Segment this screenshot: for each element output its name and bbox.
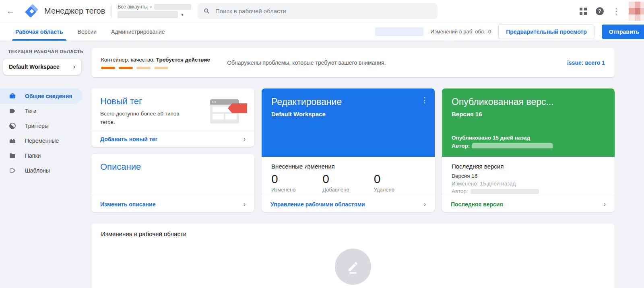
description-card: Описание Изменить описание › [91,154,254,212]
author-label: Автор: [452,143,470,149]
banner-title: Контейнер: качество: Требуется действие [101,57,210,63]
add-new-tag-footer[interactable]: Добавить новый тег › [91,131,254,147]
top-bar: ← Менеджер тегов Все аккаунты › ▾ ? ⋮ [0,0,644,23]
published-date: Опубликовано 15 дней назад [452,135,605,141]
add-new-tag-link: Добавить новый тег [100,136,157,142]
sidebar: ТЕКУЩАЯ РАБОЧАЯ ОБЛАСТЬ Default Workspac… [0,41,91,288]
more-vert-icon[interactable]: ⋮ [613,8,620,15]
editing-card: Редактирование Default Workspace ⋮ Внесе… [262,88,435,212]
redacted-container-id [375,27,423,36]
description-title: Описание [100,162,246,172]
manage-workspaces-link: Управление рабочими областями [270,201,365,208]
new-tag-title: Новый тег [100,96,185,107]
latest-version-footer[interactable]: Последняя версия › [442,196,615,212]
workspace-changes-card: Изменения в рабочей области [91,224,615,288]
tab-admin[interactable]: Администрирование [104,23,172,41]
back-button[interactable]: ← [2,3,19,19]
variables-icon [9,137,16,144]
published-version-number: Версия 16 [452,111,605,117]
editing-workspace-name: Default Workspace [271,111,425,117]
banner-message: Обнаружены проблемы, которые требуют ваш… [227,60,386,66]
sidebar-item-overview[interactable]: Общие сведения [0,88,83,103]
help-icon[interactable]: ? [596,7,604,15]
chevron-right-icon: › [604,201,606,208]
edit-pencil-icon [335,249,371,285]
latest-version-number: Версия 16 [452,173,605,179]
chevron-right-icon: › [424,201,426,208]
tag-icon [9,107,16,115]
avatar[interactable] [629,2,644,21]
apps-grid-icon[interactable] [580,8,587,15]
all-accounts-label: Все аккаунты [118,4,148,10]
preview-button[interactable]: Предварительный просмотр [498,25,594,39]
edit-description-link: Изменить описание [100,201,155,208]
tag-illustration-icon [210,97,246,123]
sidebar-item-folders[interactable]: Папки [0,148,83,163]
redacted-author-name [471,189,539,194]
edit-description-footer[interactable]: Изменить описание › [91,196,254,212]
tab-bar: Рабочая область Версии Администрирование… [0,23,644,41]
search-icon [203,8,211,15]
new-tag-card: Новый тег Всего доступно более 50 типов … [91,88,254,147]
latest-author-label: Автор: [452,188,468,194]
sidebar-nav: Общие сведения Теги Триггеры [0,88,91,178]
issue-link[interactable]: issue: всего 1 [567,60,605,66]
stat-deleted: 0 Удалено [374,172,425,193]
manage-workspaces-footer[interactable]: Управление рабочими областями › [262,196,435,212]
latest-version-link: Последняя версия [451,201,503,208]
sidebar-item-triggers[interactable]: Триггеры [0,118,83,133]
tag-manager-logo-icon [25,4,39,18]
submit-button[interactable]: Отправить [602,25,644,39]
sidebar-item-variables[interactable]: Переменные [0,133,83,148]
redacted-container-name [118,11,178,18]
chevron-right-icon: › [244,201,246,208]
published-title: Опубликованная верс... [452,97,605,107]
workspace-search[interactable] [198,3,438,19]
caret-down-icon: ▾ [181,12,184,17]
stat-modified: 0 Изменено [271,172,322,193]
redacted-account-name [154,4,191,10]
trigger-icon [9,122,16,130]
breadcrumb-chevron-icon: › [150,4,152,10]
main-content: Контейнер: качество: Требуется действие … [91,41,644,288]
current-workspace-label: ТЕКУЩАЯ РАБОЧАЯ ОБЛАСТЬ [0,49,91,54]
latest-version-title: Последняя версия [452,163,605,170]
template-icon [9,167,16,174]
app-title: Менеджер тегов [44,6,105,16]
chevron-right-icon: › [73,63,75,70]
card-more-vert-icon[interactable]: ⋮ [421,96,428,105]
tab-versions[interactable]: Версии [70,23,104,41]
latest-modified-date: Изменено: 15 дней назад [452,181,605,187]
redacted-author-name [472,143,553,148]
account-switcher[interactable]: Все аккаунты › ▾ [118,4,191,18]
header-divider [111,5,112,18]
workspace-selector[interactable]: Default Workspace › [3,59,81,75]
container-quality-banner: Контейнер: качество: Требуется действие … [91,48,615,77]
stat-added: 0 Добавлено [322,172,374,193]
workspace-changes-count: Изменений в раб. обл.: 0 [431,29,491,35]
overview-icon [9,93,16,100]
folder-icon [9,152,16,159]
search-input[interactable] [215,8,432,14]
chevron-right-icon: › [244,136,246,143]
new-tag-description: Всего доступно более 50 типов тегов. [100,110,185,127]
sidebar-item-tags[interactable]: Теги [0,103,83,118]
sidebar-item-templates[interactable]: Шаблоны [0,163,83,178]
changes-made-title: Внесенные изменения [271,163,425,170]
workspace-changes-title: Изменения в рабочей области [101,230,605,237]
editing-title: Редактирование [271,97,425,107]
workspace-name: Default Workspace [9,64,60,70]
tab-workspace[interactable]: Рабочая область [8,23,70,41]
severity-bars-icon [101,67,210,69]
published-version-card: Опубликованная верс... Версия 16 Опублик… [442,88,615,212]
